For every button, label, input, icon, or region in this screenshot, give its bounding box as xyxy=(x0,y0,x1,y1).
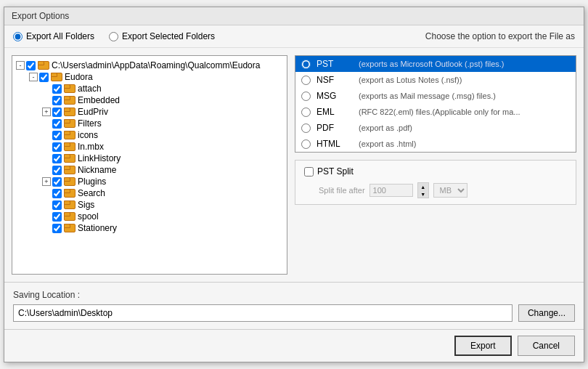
item-checkbox[interactable] xyxy=(52,84,62,94)
item-checkbox[interactable] xyxy=(52,200,62,210)
item-expand-btn[interactable]: + xyxy=(42,177,51,186)
item-checkbox[interactable] xyxy=(52,108,62,117)
format-html[interactable]: HTML (export as .html) xyxy=(295,136,576,152)
format-html-radio[interactable] xyxy=(301,139,311,149)
item-label: In.mbx xyxy=(78,142,104,152)
item-label: Nickname xyxy=(78,165,116,175)
format-nsf-desc: (export as Lotus Notes (.nsf)) xyxy=(359,76,462,84)
eudora-checkbox[interactable] xyxy=(39,73,49,82)
format-nsf-radio[interactable] xyxy=(301,76,311,85)
saving-location-section: Saving Location : Change... xyxy=(4,282,584,329)
no-expand xyxy=(42,84,51,93)
format-pst[interactable]: PST (exports as Microsoft Outlook (.pst)… xyxy=(295,56,576,72)
list-item: Stationery xyxy=(16,222,283,234)
no-expand xyxy=(42,142,51,151)
pst-split-checkbox[interactable] xyxy=(304,167,314,177)
split-value-input[interactable] xyxy=(369,184,413,197)
split-spinner: ▲ ▼ xyxy=(417,182,429,198)
saving-path-input[interactable] xyxy=(13,304,513,322)
format-pdf[interactable]: PDF (export as .pdf) xyxy=(295,120,576,136)
split-decrement-btn[interactable]: ▼ xyxy=(418,190,428,198)
item-checkbox[interactable] xyxy=(52,96,62,105)
eudora-item: - Eudora xyxy=(16,71,283,83)
right-panel: PST (exports as Microsoft Outlook (.pst)… xyxy=(295,55,576,275)
no-expand xyxy=(42,119,51,128)
format-eml-radio[interactable] xyxy=(301,108,311,117)
export-all-label: Export All Folders xyxy=(26,31,94,41)
eudora-expand-btn[interactable]: - xyxy=(29,73,38,81)
change-button[interactable]: Change... xyxy=(518,304,575,322)
folder-tree-panel[interactable]: - C:\Users\admin\AppData\Roaming\Qualcom… xyxy=(12,55,287,275)
export-all-radio[interactable] xyxy=(13,32,23,41)
format-nsf[interactable]: NSF (export as Lotus Notes (.nsf)) xyxy=(295,72,576,88)
format-html-desc: (export as .html) xyxy=(359,139,416,148)
saving-location-label: Saving Location : xyxy=(13,290,575,300)
split-increment-btn[interactable]: ▲ xyxy=(418,183,428,190)
footer: Export Cancel xyxy=(4,329,584,362)
export-selected-label: Export Selected Folders xyxy=(122,31,215,41)
item-checkbox[interactable] xyxy=(52,154,62,163)
export-selected-option[interactable]: Export Selected Folders xyxy=(109,31,215,41)
root-checkbox[interactable] xyxy=(26,61,36,70)
format-pdf-desc: (export as .pdf) xyxy=(359,123,412,132)
root-expand-btn[interactable]: - xyxy=(16,61,25,70)
eudora-folder-icon xyxy=(51,73,62,81)
item-label: Filters xyxy=(78,118,102,129)
no-expand xyxy=(42,224,51,232)
item-folder-icon xyxy=(64,200,75,209)
format-msg[interactable]: MSG (exports as Mail message (.msg) file… xyxy=(295,88,576,104)
format-msg-radio[interactable] xyxy=(301,92,311,101)
split-unit-dropdown[interactable]: MB GB xyxy=(433,183,467,198)
saving-row: Change... xyxy=(13,304,575,322)
no-expand xyxy=(42,212,51,221)
no-expand xyxy=(42,96,51,105)
item-folder-icon xyxy=(64,189,75,198)
item-label: Plugins xyxy=(78,177,106,187)
list-item: Embedded xyxy=(16,94,283,106)
item-checkbox[interactable] xyxy=(52,189,62,198)
format-eml-name: EML xyxy=(317,107,353,117)
cancel-button[interactable]: Cancel xyxy=(518,336,575,356)
item-label: icons xyxy=(78,130,98,140)
list-item: icons xyxy=(16,129,283,141)
item-expand-btn[interactable]: + xyxy=(42,108,51,116)
item-folder-icon xyxy=(64,154,75,163)
format-pst-radio[interactable] xyxy=(301,60,311,69)
item-checkbox[interactable] xyxy=(52,177,62,187)
item-checkbox[interactable] xyxy=(52,212,62,222)
item-folder-icon xyxy=(64,224,75,232)
export-button[interactable]: Export xyxy=(454,336,512,356)
item-checkbox[interactable] xyxy=(52,119,62,129)
format-html-name: HTML xyxy=(317,139,353,149)
export-options-dialog: Export Options Export All Folders Export… xyxy=(4,7,584,362)
item-checkbox[interactable] xyxy=(52,142,62,152)
format-msg-desc: (exports as Mail message (.msg) files.) xyxy=(359,92,496,100)
format-pdf-name: PDF xyxy=(317,123,353,133)
item-folder-icon xyxy=(64,212,75,221)
item-label: Search xyxy=(78,188,105,198)
export-selected-radio[interactable] xyxy=(109,32,118,41)
item-checkbox[interactable] xyxy=(52,166,62,175)
format-eml[interactable]: EML (RFC 822(.eml) files.(Applicable onl… xyxy=(295,104,576,120)
format-list: PST (exports as Microsoft Outlook (.pst)… xyxy=(295,55,576,153)
dialog-title: Export Options xyxy=(12,11,69,21)
export-all-option[interactable]: Export All Folders xyxy=(13,31,94,41)
no-expand xyxy=(42,200,51,209)
item-checkbox[interactable] xyxy=(52,131,62,140)
item-folder-icon xyxy=(64,131,75,139)
list-item: LinkHistory xyxy=(16,153,283,164)
list-item: Sigs xyxy=(16,199,283,211)
item-folder-icon xyxy=(64,96,75,105)
split-after-label: Split file after xyxy=(319,186,365,195)
top-options-row: Export All Folders Export Selected Folde… xyxy=(4,25,584,48)
item-label: Embedded xyxy=(78,95,120,105)
list-item: + EudPriv xyxy=(16,106,283,118)
item-folder-icon xyxy=(64,84,75,93)
item-label: attach xyxy=(78,84,102,94)
list-item: + Plugins xyxy=(16,176,283,187)
item-checkbox[interactable] xyxy=(52,224,62,233)
format-pdf-radio[interactable] xyxy=(301,123,311,133)
list-item: Search xyxy=(16,187,283,199)
item-folder-icon xyxy=(64,177,75,186)
root-folder-icon xyxy=(38,61,49,70)
